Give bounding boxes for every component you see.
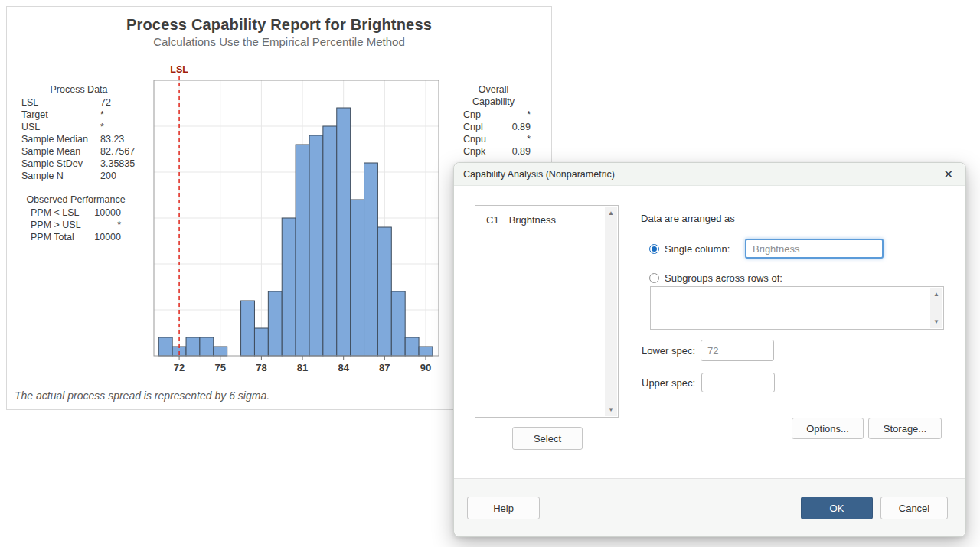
svg-text:75: 75: [215, 362, 226, 373]
svg-text:84: 84: [338, 362, 349, 373]
scroll-down-icon[interactable]: ▼: [608, 403, 614, 416]
scroll-up-icon[interactable]: ▲: [608, 207, 614, 220]
svg-text:LSL: LSL: [170, 66, 188, 75]
lower-spec-label: Lower spec:: [642, 340, 695, 361]
subgroups-input[interactable]: ▲ ▼: [650, 286, 944, 330]
help-button[interactable]: Help: [467, 497, 540, 519]
overall-capability-heading: Overall Capability: [456, 83, 531, 108]
stat-row: Cnpu*: [456, 133, 531, 145]
single-column-label: Single column:: [665, 243, 730, 255]
subgroups-radio[interactable]: [649, 273, 659, 283]
column-id: C1: [486, 214, 506, 226]
svg-text:78: 78: [256, 362, 266, 373]
arranged-label: Data are arranged as: [641, 212, 735, 224]
stat-row: LSL72: [21, 96, 146, 109]
process-data-heading: Process Data: [21, 83, 136, 96]
select-button[interactable]: Select: [512, 427, 583, 450]
ok-button[interactable]: OK: [801, 497, 873, 519]
stat-row: Cnpl0.89: [456, 121, 531, 133]
observed-performance-heading: Observed Performance: [26, 194, 126, 206]
lower-spec-input[interactable]: [701, 340, 774, 361]
single-column-input[interactable]: [745, 239, 884, 259]
stat-row: PPM < LSL10000: [31, 207, 121, 219]
radio-dot: [652, 246, 657, 252]
stat-row: Cnp*: [456, 109, 531, 121]
storage-button[interactable]: Storage...: [868, 418, 942, 439]
scroll-up-icon[interactable]: ▲: [933, 288, 939, 301]
subgroups-label: Subgroups across rows of:: [665, 272, 782, 284]
single-column-row: Single column:: [649, 239, 730, 259]
process-data-panel: Process Data LSL72 Target* USL* Sample M…: [21, 83, 146, 182]
capability-analysis-dialog: Capability Analysis (Nonparametric) ✕ C1…: [453, 162, 966, 537]
stat-row: Sample StDev3.35835: [21, 158, 146, 170]
report-subtitle: Calculations Use the Empirical Percentil…: [7, 35, 551, 48]
single-column-radio[interactable]: [649, 244, 659, 254]
dialog-footer: Help OK Cancel: [454, 479, 965, 536]
stat-row: Sample Mean82.7567: [21, 145, 146, 158]
observed-performance-panel: Observed Performance PPM < LSL10000 PPM …: [31, 194, 121, 243]
stat-row: Target*: [21, 109, 146, 121]
column-name: Brightness: [509, 214, 556, 226]
stat-row: Sample N200: [21, 170, 146, 182]
options-button[interactable]: Options...: [792, 418, 864, 439]
upper-spec-input[interactable]: [701, 373, 775, 392]
dialog-titlebar[interactable]: Capability Analysis (Nonparametric) ✕: [454, 163, 965, 186]
svg-text:81: 81: [297, 362, 308, 373]
stat-row: Cnpk0.89: [456, 145, 531, 158]
stat-row: PPM Total10000: [31, 231, 121, 243]
stat-row: PPM > USL*: [31, 219, 121, 231]
report-footnote: The actual process spread is represented…: [15, 389, 270, 402]
report-title: Process Capability Report for Brightness: [7, 16, 551, 34]
dialog-title: Capability Analysis (Nonparametric): [463, 169, 940, 180]
upper-spec-label: Upper spec:: [642, 373, 695, 392]
scroll-down-icon[interactable]: ▼: [933, 315, 939, 328]
overall-capability-panel: Overall Capability Cnp* Cnpl0.89 Cnpu* C…: [456, 83, 531, 158]
capability-histogram: 72757881848790LSL: [150, 66, 449, 381]
svg-text:90: 90: [420, 362, 431, 373]
svg-text:72: 72: [174, 362, 185, 373]
subgroups-scrollbar[interactable]: ▲ ▼: [930, 288, 942, 328]
close-icon[interactable]: ✕: [940, 168, 956, 180]
stat-row: USL*: [21, 121, 146, 133]
cancel-button[interactable]: Cancel: [880, 497, 948, 519]
subgroups-row: Subgroups across rows of:: [649, 272, 782, 284]
list-item[interactable]: C1 Brightness: [475, 206, 618, 226]
stat-row: Sample Median83.23: [21, 133, 146, 145]
listbox-scrollbar[interactable]: ▲ ▼: [605, 207, 617, 416]
column-listbox[interactable]: C1 Brightness ▲ ▼: [475, 205, 619, 418]
svg-text:87: 87: [379, 362, 390, 373]
